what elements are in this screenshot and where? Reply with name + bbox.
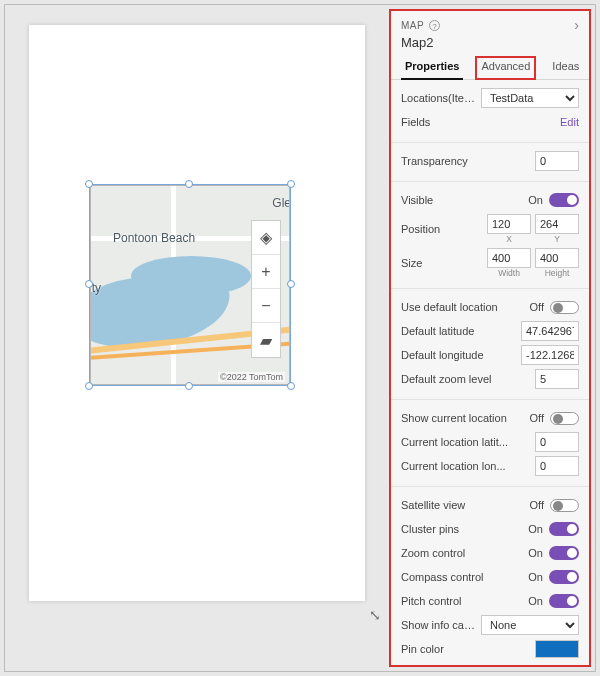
cluster-toggle[interactable]: [549, 522, 579, 536]
fields-label: Fields: [401, 116, 560, 128]
default-lon-label: Default longitude: [401, 349, 521, 361]
app-screen: Pontoon Beach Gle ity ◈ + − ▰ ©2022 TomT…: [29, 25, 365, 601]
compass-toggle[interactable]: [549, 570, 579, 584]
show-current-toggle[interactable]: [550, 412, 579, 425]
pitch-button[interactable]: ▰: [252, 323, 280, 357]
default-zoom-input[interactable]: [535, 369, 579, 389]
default-lon-input[interactable]: [521, 345, 579, 365]
tab-properties[interactable]: Properties: [401, 56, 463, 80]
map-city-label: Gle: [272, 196, 289, 210]
pin-color-swatch[interactable]: [535, 640, 579, 658]
default-zoom-label: Default zoom level: [401, 373, 535, 385]
visible-state: On: [528, 194, 543, 206]
width-input[interactable]: [487, 248, 531, 268]
chevron-right-icon[interactable]: ›: [574, 17, 579, 33]
pos-x-input[interactable]: [487, 214, 531, 234]
map-button-stack: ◈ + − ▰: [251, 220, 281, 358]
tab-advanced[interactable]: Advanced: [475, 56, 536, 80]
map-control[interactable]: Pontoon Beach Gle ity ◈ + − ▰ ©2022 TomT…: [90, 185, 290, 385]
size-label: Size: [401, 257, 487, 269]
map-city-label: ity: [91, 281, 101, 295]
panel-tabs: Properties Advanced Ideas: [391, 56, 589, 80]
transparency-label: Transparency: [401, 155, 535, 167]
compass-button[interactable]: ◈: [252, 221, 280, 255]
current-lat-input[interactable]: [535, 432, 579, 452]
control-name[interactable]: Map2: [391, 35, 589, 56]
locations-dropdown[interactable]: TestData: [481, 88, 579, 108]
tab-ideas[interactable]: Ideas: [548, 56, 583, 79]
help-icon[interactable]: ?: [429, 20, 440, 31]
use-default-toggle[interactable]: [550, 301, 579, 314]
pitch-toggle[interactable]: [549, 594, 579, 608]
transparency-input[interactable]: [535, 151, 579, 171]
use-default-label: Use default location: [401, 301, 530, 313]
zoom-out-button[interactable]: −: [252, 289, 280, 323]
height-input[interactable]: [535, 248, 579, 268]
info-cards-dropdown[interactable]: None: [481, 615, 579, 635]
current-lon-input[interactable]: [535, 456, 579, 476]
position-label: Position: [401, 223, 487, 235]
fields-edit-link[interactable]: Edit: [560, 116, 579, 128]
current-lat-label: Current location latit...: [401, 436, 535, 448]
locations-label: Locations(Items): [401, 92, 481, 104]
control-type-label: MAP ?: [401, 20, 440, 31]
default-lat-label: Default latitude: [401, 325, 521, 337]
zoom-in-button[interactable]: +: [252, 255, 280, 289]
map-city-label: Pontoon Beach: [113, 231, 195, 245]
show-current-label: Show current location: [401, 412, 530, 424]
zoom-control-toggle[interactable]: [549, 546, 579, 560]
visible-label: Visible: [401, 194, 528, 206]
visible-toggle[interactable]: [549, 193, 579, 207]
map-attribution: ©2022 TomTom: [218, 372, 285, 382]
canvas-resize-icon[interactable]: ⤡: [369, 607, 381, 623]
properties-panel: MAP ? › Map2 Properties Advanced Ideas L…: [389, 9, 591, 667]
pos-y-input[interactable]: [535, 214, 579, 234]
current-lon-label: Current location lon...: [401, 460, 535, 472]
default-lat-input[interactable]: [521, 321, 579, 341]
canvas-area[interactable]: Pontoon Beach Gle ity ◈ + − ▰ ©2022 TomT…: [15, 23, 389, 629]
satellite-toggle[interactable]: [550, 499, 579, 512]
